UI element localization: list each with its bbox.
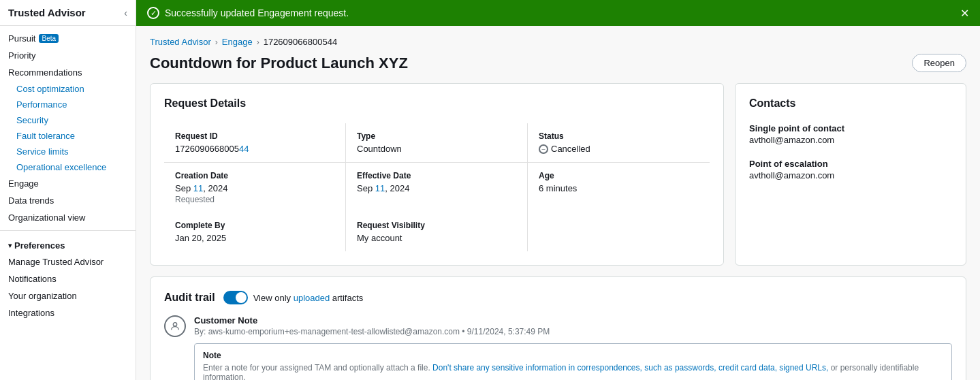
creation-date-value: Sep 11, 2024 <box>175 183 334 193</box>
complete-by-cell: Complete By Jan 20, 2025 <box>164 212 346 251</box>
sidebar-preferences-header[interactable]: ▾ Preferences <box>0 235 136 253</box>
status-cell: Status – Cancelled <box>528 123 710 163</box>
success-icon: ✓ <box>147 7 159 19</box>
artifacts-toggle[interactable] <box>223 291 248 304</box>
sidebar-item-cost-optimization[interactable]: Cost optimization <box>0 81 136 97</box>
sidebar-item-priority[interactable]: Priority <box>0 47 136 64</box>
creation-date-post: , 2024 <box>203 183 227 193</box>
note-link1[interactable]: Don't share any sensitive information in… <box>432 363 777 373</box>
breadcrumb-sep-2: › <box>257 37 259 47</box>
beta-badge: Beta <box>39 34 59 43</box>
manage-label: Manage Trusted Advisor <box>8 257 104 267</box>
banner-message: Successfully updated Engagement request. <box>165 7 349 18</box>
sidebar-item-security[interactable]: Security <box>0 112 136 128</box>
audit-header: Audit trail View only uploaded artifacts <box>164 291 952 304</box>
effective-date-link[interactable]: 11 <box>375 183 385 193</box>
spoc-email: avtholl@amazon.com <box>749 135 952 145</box>
pursuit-label: Pursuit <box>8 33 35 44</box>
note-input-area[interactable]: Note Enter a note for your assigned TAM … <box>194 343 952 380</box>
preferences-label: Preferences <box>14 240 65 251</box>
sidebar-item-data-trends[interactable]: Data trends <box>0 192 136 209</box>
creation-date-link[interactable]: 11 <box>193 183 203 193</box>
empty-cell <box>528 212 710 251</box>
note-content: Customer Note By: aws-kumo-emporium+es-m… <box>194 315 952 380</box>
sidebar-item-integrations[interactable]: Integrations <box>0 304 136 321</box>
sidebar-divider <box>0 230 136 231</box>
filter-pre: View only <box>253 293 294 303</box>
svg-point-0 <box>173 323 176 326</box>
filter-link[interactable]: uploaded <box>294 293 330 303</box>
request-details-title: Request Details <box>164 97 710 110</box>
sidebar-item-fault-tolerance[interactable]: Fault tolerance <box>0 128 136 144</box>
visibility-label: Request Visibility <box>357 221 516 230</box>
sidebar-item-your-org[interactable]: Your organization <box>0 287 136 304</box>
priority-label: Priority <box>8 50 35 61</box>
sidebar-header: Trusted Advisor ‹ <box>0 0 136 26</box>
data-trends-label: Data trends <box>8 195 54 206</box>
sidebar-item-recommendations[interactable]: Recommendations <box>0 64 136 81</box>
sidebar-item-pursuit[interactable]: Pursuit Beta <box>0 30 136 47</box>
request-id-text: 1726090668005 <box>175 144 239 154</box>
effective-date-post: , 2024 <box>385 183 409 193</box>
type-label: Type <box>357 131 516 141</box>
age-cell: Age 6 minutes <box>528 163 710 212</box>
two-col-layout: Request Details Request ID 1726090668005… <box>150 83 966 266</box>
status-label: Status <box>539 131 699 141</box>
creation-date-pre: Sep <box>175 183 193 193</box>
note-title: Customer Note <box>194 315 952 326</box>
contacts-card: Contacts Single point of contact avtholl… <box>735 83 966 266</box>
complete-by-label: Complete By <box>175 221 334 230</box>
breadcrumb-sep-1: › <box>215 37 218 47</box>
note-input-text: Enter a note for your assigned TAM and o… <box>203 363 943 380</box>
age-label: Age <box>539 171 699 180</box>
sidebar-item-org-view[interactable]: Organizational view <box>0 209 136 226</box>
filter-post: artifacts <box>330 293 363 303</box>
sidebar-item-manage[interactable]: Manage Trusted Advisor <box>0 253 136 270</box>
effective-date-pre: Sep <box>357 183 375 193</box>
sidebar-item-operational-excellence[interactable]: Operational excellence <box>0 159 136 175</box>
escalation-label: Point of escalation <box>749 159 952 169</box>
reopen-button[interactable]: Reopen <box>912 54 966 72</box>
breadcrumb: Trusted Advisor › Engage › 1726090668005… <box>150 37 966 47</box>
effective-date-label: Effective Date <box>357 171 516 180</box>
visibility-value: My account <box>357 233 516 243</box>
integrations-label: Integrations <box>8 308 54 318</box>
spoc-label: Single point of contact <box>749 123 952 133</box>
effective-date-cell: Effective Date Sep 11, 2024 <box>346 163 528 212</box>
main-content: ✓ Successfully updated Engagement reques… <box>136 0 980 380</box>
spoc-section: Single point of contact avtholl@amazon.c… <box>749 123 952 145</box>
audit-filter-label: View only uploaded artifacts <box>253 293 364 303</box>
complete-by-value: Jan 20, 2025 <box>175 233 334 243</box>
recommendations-label: Recommendations <box>8 67 82 78</box>
visibility-cell: Request Visibility My account <box>346 212 528 251</box>
note-meta: By: aws-kumo-emporium+es-management-test… <box>194 327 952 336</box>
escalation-email: avtholl@amazon.com <box>749 170 952 180</box>
request-id-cell: Request ID 172609066800544 <box>164 123 346 163</box>
note-input-label: Note <box>203 351 943 360</box>
request-details-card: Request Details Request ID 1726090668005… <box>150 83 724 266</box>
sidebar-item-service-limits[interactable]: Service limits <box>0 144 136 159</box>
note-link2[interactable]: signed URLs, <box>777 363 828 373</box>
type-value: Countdown <box>357 144 516 154</box>
creation-date-label: Creation Date <box>175 171 334 180</box>
request-id-link[interactable]: 44 <box>239 144 249 154</box>
content-area: Trusted Advisor › Engage › 1726090668005… <box>136 26 980 380</box>
effective-date-value: Sep 11, 2024 <box>357 183 516 193</box>
your-org-label: Your organization <box>8 291 77 301</box>
sidebar-title: Trusted Advisor <box>8 7 86 18</box>
sidebar-item-performance[interactable]: Performance <box>0 97 136 112</box>
breadcrumb-engage[interactable]: Engage <box>222 37 253 47</box>
request-id-value: 172609066800544 <box>175 144 334 154</box>
request-id-label: Request ID <box>175 131 334 141</box>
sidebar-item-engage[interactable]: Engage <box>0 175 136 192</box>
contacts-title: Contacts <box>749 97 952 110</box>
breadcrumb-trusted-advisor[interactable]: Trusted Advisor <box>150 37 211 47</box>
creation-date-cell: Creation Date Sep 11, 2024 Requested <box>164 163 346 212</box>
status-cancelled-icon: – <box>539 144 548 154</box>
engage-label: Engage <box>8 178 39 189</box>
audit-trail-card: Audit trail View only uploaded artifacts <box>150 276 966 380</box>
close-icon[interactable]: ✕ <box>960 7 969 20</box>
collapse-icon[interactable]: ‹ <box>124 7 127 18</box>
type-cell: Type Countdown <box>346 123 528 163</box>
sidebar-item-notifications[interactable]: Notifications <box>0 270 136 287</box>
